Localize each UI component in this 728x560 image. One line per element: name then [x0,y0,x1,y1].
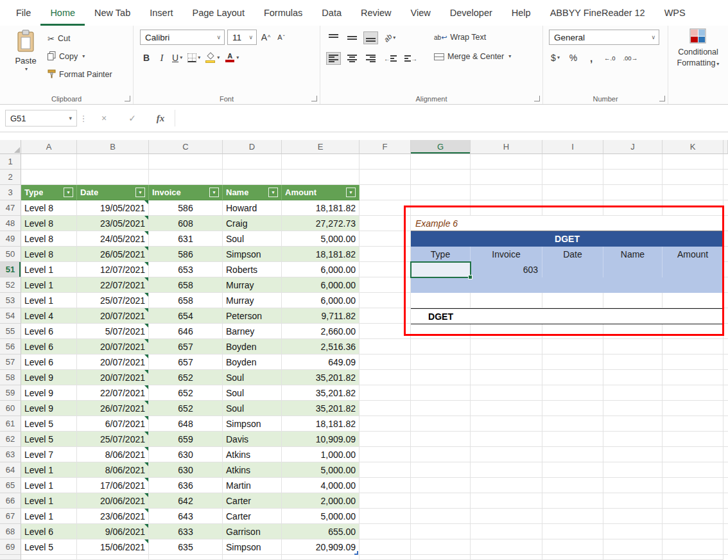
date-cell[interactable]: 17/06/2021 [77,478,149,493]
invoice-cell[interactable]: 646 [149,324,223,339]
empty-cell[interactable] [542,493,603,509]
empty-cell[interactable] [77,170,149,185]
date-cell[interactable]: 6/07/2021 [77,416,149,432]
row-header-67[interactable]: 67 [0,509,21,524]
invoice-cell[interactable]: 657 [149,339,223,354]
table-header-amount[interactable]: Amount▼ [282,185,360,200]
empty-cell[interactable] [603,447,663,462]
empty-cell[interactable] [471,416,542,432]
empty-cell[interactable] [663,493,724,509]
empty-cell[interactable] [411,462,471,478]
percent-style-button[interactable]: % [567,51,580,65]
empty-cell[interactable] [411,385,471,401]
row-header-54[interactable]: 54 [0,308,21,324]
formula-bar-splitter[interactable]: ⋮ [77,114,90,123]
alignment-dialog-launcher-icon[interactable] [534,96,540,101]
amount-cell[interactable]: 1,000.00 [282,447,360,462]
date-cell[interactable]: 26/05/2021 [77,247,149,262]
criteria-empty-cell[interactable] [663,262,724,277]
empty-cell[interactable] [21,154,77,170]
empty-cell[interactable] [411,185,471,200]
empty-cell[interactable] [663,385,724,401]
date-cell[interactable]: 22/07/2021 [77,385,149,401]
date-cell[interactable]: 15/06/2021 [77,539,149,555]
row-header-63[interactable]: 63 [0,447,21,462]
amount-cell[interactable]: 6,000.00 [282,262,360,277]
empty-cell[interactable] [360,154,411,170]
align-left-button[interactable] [327,53,340,64]
name-cell[interactable]: Simpson [223,247,282,262]
empty-cell[interactable] [603,324,663,339]
increase-indent-button[interactable]: → [403,51,419,66]
empty-cell[interactable] [603,539,663,555]
empty-cell[interactable] [360,493,411,509]
amount-cell[interactable]: 655.00 [282,524,360,539]
row-header-47[interactable]: 47 [0,200,21,216]
type-cell[interactable]: Level 6 [21,339,77,354]
wrap-text-button[interactable]: ab↩ Wrap Text [434,31,511,44]
empty-cell[interactable] [603,354,663,370]
amount-cell[interactable]: 5,000.00 [282,231,360,247]
invoice-cell[interactable]: 652 [149,385,223,401]
empty-cell[interactable] [411,509,471,524]
column-header-h[interactable]: H [471,140,542,154]
amount-cell[interactable]: 18,181.82 [282,247,360,262]
empty-cell[interactable] [360,231,411,247]
name-cell[interactable]: Soul [223,401,282,416]
number-format-combobox[interactable]: General ∨ [549,30,659,45]
italic-button[interactable]: I [155,51,168,65]
empty-cell[interactable] [471,370,542,385]
date-cell[interactable]: 19/05/2021 [77,200,149,216]
type-cell[interactable]: Level 5 [21,432,77,447]
tab-home[interactable]: Home [40,0,85,26]
amount-cell[interactable]: 10,909.09 [282,432,360,447]
empty-cell[interactable] [603,478,663,493]
empty-cell[interactable] [360,277,411,293]
row-header-51[interactable]: 51 [0,262,21,277]
name-cell[interactable]: Davis [223,432,282,447]
empty-cell[interactable] [471,385,542,401]
name-cell[interactable]: Atkins [223,462,282,478]
empty-cell[interactable] [603,370,663,385]
empty-cell[interactable] [542,324,603,339]
empty-cell[interactable] [411,478,471,493]
row-header-1[interactable]: 1 [0,154,21,170]
empty-cell[interactable] [471,200,542,216]
empty-cell[interactable] [223,154,282,170]
row-header-62[interactable]: 62 [0,432,21,447]
type-cell[interactable]: Level 6 [21,354,77,370]
row-header-59[interactable]: 59 [0,385,21,401]
empty-cell[interactable] [603,509,663,524]
invoice-cell[interactable]: 653 [149,262,223,277]
type-cell[interactable]: Level 1 [21,262,77,277]
date-cell[interactable]: 12/07/2021 [77,262,149,277]
empty-cell[interactable] [471,401,542,416]
empty-cell[interactable] [223,170,282,185]
column-header-a[interactable]: A [21,140,77,154]
type-cell[interactable]: Level 8 [21,231,77,247]
criteria-header-invoice[interactable]: Invoice [471,247,542,262]
font-size-combobox[interactable]: 11 ∨ [227,30,257,45]
row-header-60[interactable]: 60 [0,401,21,416]
type-cell[interactable]: Level 1 [21,509,77,524]
empty-cell[interactable] [360,370,411,385]
empty-cell[interactable] [411,293,471,308]
empty-cell[interactable] [471,447,542,462]
row-header-64[interactable]: 64 [0,462,21,478]
copy-button[interactable]: Copy ▾ [48,50,112,63]
empty-cell[interactable] [663,339,724,354]
date-cell[interactable]: 8/06/2021 [77,462,149,478]
empty-cell[interactable] [360,432,411,447]
font-color-button[interactable]: A▾ [223,51,240,65]
empty-cell[interactable] [411,324,471,339]
empty-cell[interactable] [411,200,471,216]
date-cell[interactable]: 25/07/2021 [77,293,149,308]
invoice-cell[interactable]: 657 [149,354,223,370]
insert-function-icon[interactable]: fx [146,113,175,124]
table-header-invoice[interactable]: Invoice▼ [149,185,223,200]
row-header-68[interactable]: 68 [0,524,21,539]
empty-cell[interactable] [663,170,724,185]
empty-cell[interactable] [282,154,360,170]
empty-cell[interactable] [663,293,724,308]
row-header-49[interactable]: 49 [0,231,21,247]
